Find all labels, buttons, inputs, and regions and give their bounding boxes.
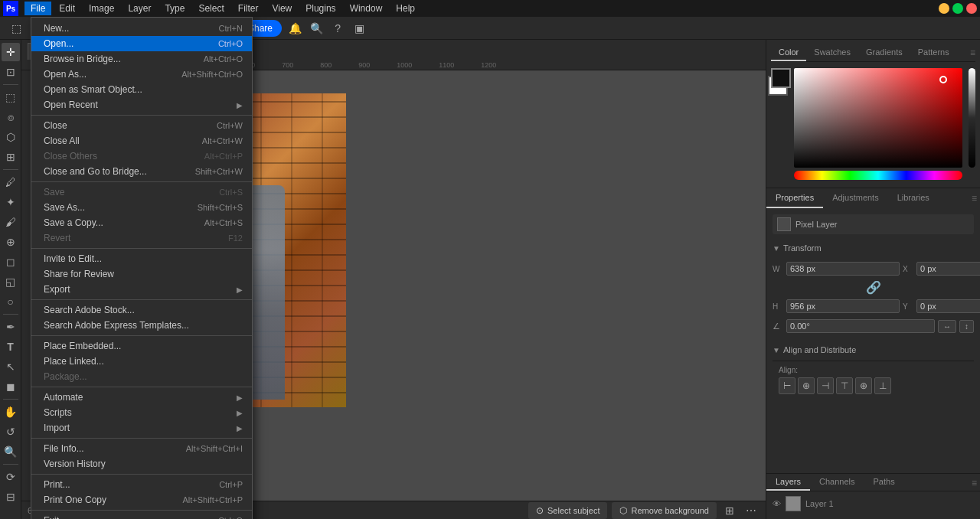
menu-browse-bridge[interactable]: Browse in Bridge... Alt+Ctrl+O (31, 51, 252, 67)
menu-item-file[interactable]: File (24, 2, 51, 15)
separator-2 (31, 181, 252, 182)
menu-package: Package... (31, 369, 252, 384)
menu-search-stock[interactable]: Search Adobe Stock... (31, 302, 252, 318)
menu-item-help[interactable]: Help (390, 2, 421, 15)
menu-print[interactable]: Print... Ctrl+P (31, 477, 252, 492)
menu-open-smart-object[interactable]: Open as Smart Object... (31, 82, 252, 97)
menu-exit[interactable]: Exit Ctrl+Q (31, 513, 252, 519)
window-controls (939, 3, 977, 14)
menu-item-layer[interactable]: Layer (122, 2, 157, 15)
menu-export[interactable]: Export ▶ (31, 282, 252, 297)
menu-item-type[interactable]: Type (158, 2, 191, 15)
separator-7 (31, 438, 252, 439)
menu-save-copy[interactable]: Save a Copy... Alt+Ctrl+S (31, 215, 252, 230)
separator-8 (31, 474, 252, 475)
menu-item-view[interactable]: View (266, 2, 298, 15)
separator-4 (31, 299, 252, 300)
menu-automate[interactable]: Automate ▶ (31, 390, 252, 405)
menu-print-one-copy[interactable]: Print One Copy Alt+Shift+Ctrl+P (31, 492, 252, 508)
menu-item-plugins[interactable]: Plugins (299, 2, 341, 15)
menu-close[interactable]: Close Ctrl+W (31, 118, 252, 133)
menu-item-select[interactable]: Select (192, 2, 230, 15)
menu-open-recent[interactable]: Open Recent ▶ (31, 97, 252, 113)
menu-share-review[interactable]: Share for Review (31, 266, 252, 282)
separator-5 (31, 335, 252, 336)
menu-open[interactable]: Open... Ctrl+O (31, 36, 252, 51)
menu-open-as[interactable]: Open As... Alt+Shift+Ctrl+O (31, 67, 252, 82)
separator-9 (31, 510, 252, 511)
menu-place-embedded[interactable]: Place Embedded... (31, 338, 252, 354)
separator-6 (31, 387, 252, 387)
menu-close-go-bridge[interactable]: Close and Go to Bridge... Shift+Ctrl+W (31, 164, 252, 179)
menu-place-linked[interactable]: Place Linked... (31, 354, 252, 369)
menu-item-edit[interactable]: Edit (53, 2, 81, 15)
file-menu: New... Ctrl+N Open... Ctrl+O Browse in B… (31, 17, 253, 519)
close-button[interactable] (966, 3, 977, 14)
menu-item-window[interactable]: Window (344, 2, 389, 15)
app-icon: Ps (3, 1, 18, 16)
menu-scripts[interactable]: Scripts ▶ (31, 405, 252, 420)
separator-3 (31, 248, 252, 249)
menu-item-filter[interactable]: Filter (232, 2, 265, 15)
minimize-button[interactable] (939, 3, 949, 14)
menu-search-express[interactable]: Search Adobe Express Templates... (31, 318, 252, 333)
menu-save: Save Ctrl+S (31, 184, 252, 200)
menu-bar: Ps File Edit Image Layer Type Select Fil… (0, 0, 980, 17)
menu-file-info[interactable]: File Info... Alt+Shift+Ctrl+I (31, 441, 252, 456)
menu-item-image[interactable]: Image (83, 2, 120, 15)
menu-new[interactable]: New... Ctrl+N (31, 21, 252, 36)
menu-close-all[interactable]: Close All Alt+Ctrl+W (31, 133, 252, 149)
menu-import[interactable]: Import ▶ (31, 420, 252, 436)
menu-save-as[interactable]: Save As... Shift+Ctrl+S (31, 200, 252, 215)
maximize-button[interactable] (952, 3, 963, 14)
menu-version-history[interactable]: Version History (31, 456, 252, 472)
menu-revert: Revert F12 (31, 230, 252, 246)
menu-close-others: Close Others Alt+Ctrl+P (31, 149, 252, 164)
menu-invite-edit[interactable]: Invite to Edit... (31, 251, 252, 266)
separator-1 (31, 115, 252, 116)
